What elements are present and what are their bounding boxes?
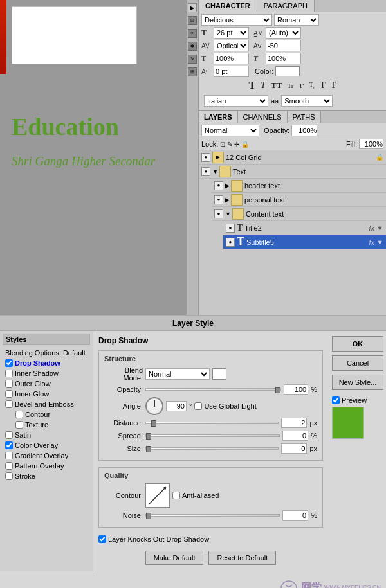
magic-wand-icon[interactable]: ✱ [188,42,197,51]
layer-item[interactable]: ● T Title2 fx ▼ [223,221,386,235]
style-inner-glow[interactable]: Inner Glow [3,389,90,399]
layer-expand-icon[interactable]: ▶ [225,183,230,189]
layer-item[interactable]: ● ▼ Content text [212,207,386,221]
strikethrough-btn[interactable]: T [329,80,338,91]
font-family-select[interactable]: Delicious [201,14,272,26]
layer-eye[interactable]: ● [226,238,235,247]
angle-dial[interactable] [145,397,163,415]
angle-input[interactable]: 90 [166,401,187,411]
cancel-button[interactable]: Cancel [332,355,383,371]
noise-slider-thumb[interactable] [146,513,151,519]
style-blending-options[interactable]: Blending Options: Default [3,348,90,358]
tab-paragraph[interactable]: PARAGRAPH [257,0,315,12]
layer-knocks-checkbox[interactable] [98,535,106,543]
style-stroke[interactable]: Stroke [3,471,90,481]
opacity-slider-thumb[interactable] [275,387,280,393]
preview-checkbox[interactable] [332,396,340,404]
make-default-button[interactable]: Make Default [145,551,204,565]
inner-glow-checkbox[interactable] [5,390,13,398]
layer-eye[interactable]: ● [214,181,223,190]
layer-eye[interactable]: ● [226,224,235,233]
fill-input[interactable]: 100% [359,139,383,149]
reset-default-button[interactable]: Reset to Default [208,551,276,565]
satin-checkbox[interactable] [5,431,13,439]
eyedropper-icon[interactable]: ✎ [188,55,197,64]
layer-item[interactable]: ● ▼ Text [199,165,386,179]
ds-blend-mode-select[interactable]: Normal [145,368,210,380]
tab-character[interactable]: CHARACTER [199,0,257,12]
style-contour[interactable]: Contour [13,409,90,420]
style-gradient-overlay[interactable]: Gradient Overlay [3,450,90,461]
spread-input[interactable]: 0 [282,431,308,441]
layer-item[interactable]: ● ▶ 12 Col Grid 🔒 [199,150,386,165]
bevel-emboss-checkbox[interactable] [5,400,13,408]
size-slider[interactable] [145,446,279,451]
font-size-select[interactable]: 26 pt [214,27,249,39]
lock-pos-icon[interactable]: ⊡ [220,141,225,148]
inner-shadow-checkbox[interactable] [5,370,13,377]
tab-paths[interactable]: PATHS [288,111,321,123]
noise-slider-container[interactable] [145,513,280,518]
gradient-overlay-checkbox[interactable] [5,452,13,459]
drop-shadow-checkbox[interactable] [5,359,13,367]
layer-eye[interactable]: ● [201,153,210,162]
font-style-select[interactable]: Roman [274,14,319,26]
language-select[interactable]: Italian [204,95,268,107]
contour-preview[interactable] [145,483,170,508]
pattern-overlay-checkbox[interactable] [5,462,13,470]
spread-slider-thumb[interactable] [146,433,151,440]
ds-color-box[interactable] [212,368,226,380]
marquee-tool-icon[interactable]: ⊡ [188,16,197,25]
sub-btn[interactable]: Tr [308,81,317,90]
layer-item[interactable]: ● ▶ personal text [212,193,386,207]
leading-select[interactable]: (Auto) [266,27,301,39]
layer-item[interactable]: ● ▶ header text [212,179,386,193]
opacity-input[interactable]: 100% [291,125,317,136]
style-color-overlay[interactable]: Color Overlay [3,440,90,450]
underline-btn[interactable]: T [318,80,327,91]
contour-checkbox[interactable] [15,411,23,418]
outer-glow-checkbox[interactable] [5,380,13,388]
scale-h-input[interactable]: 100% [266,53,301,64]
aa-select[interactable]: Smooth [281,95,333,107]
stroke-checkbox[interactable] [5,472,13,480]
new-style-button[interactable]: New Style... [332,375,383,390]
tracking-input[interactable]: -50 [266,40,301,51]
baseline-input[interactable]: 0 pt [214,66,249,77]
size-slider-thumb[interactable] [146,446,151,452]
style-pattern-overlay[interactable]: Pattern Overlay [3,461,90,471]
lasso-tool-icon[interactable]: ✒ [188,29,197,38]
style-texture[interactable]: Texture [13,420,90,430]
size-input[interactable]: 0 [281,443,307,454]
ok-button[interactable]: OK [332,336,383,352]
distance-slider-thumb[interactable] [151,420,156,427]
style-satin[interactable]: Satin [3,430,90,440]
allcaps-btn[interactable]: TT [269,80,284,91]
scale-v-input[interactable]: 100% [214,53,249,64]
tab-layers[interactable]: LAYERS [199,111,238,123]
texture-checkbox[interactable] [15,421,23,429]
global-light-checkbox[interactable] [194,402,202,410]
kerning-select[interactable]: Optical [214,40,249,51]
layer-expand-icon[interactable]: ▼ [212,168,218,175]
color-picker[interactable] [275,66,300,76]
lock-move-icon[interactable]: ✛ [234,141,239,148]
opacity-value-input[interactable]: 100 [284,384,308,395]
italic-btn[interactable]: T [259,80,268,91]
super-btn[interactable]: Tr [297,82,306,89]
spread-slider[interactable] [145,433,280,438]
anti-aliased-checkbox[interactable] [172,492,180,499]
layer-expand-icon[interactable]: ▶ [225,197,230,203]
layer-eye[interactable]: ● [201,167,210,176]
lock-all-icon[interactable]: 🔒 [241,141,249,148]
noise-input[interactable]: 0 [282,510,308,521]
distance-slider[interactable] [145,420,279,425]
opacity-slider[interactable] [145,387,281,392]
layer-eye[interactable]: ● [214,209,223,218]
tab-channels[interactable]: CHANNELS [238,111,288,123]
layer-eye[interactable]: ● [214,195,223,204]
smallcaps-btn[interactable]: Tr [285,82,295,89]
style-drop-shadow[interactable]: Drop Shadow [3,358,90,368]
crop-tool-icon[interactable]: ⊞ [188,67,197,76]
lock-draw-icon[interactable]: ✎ [227,141,232,148]
